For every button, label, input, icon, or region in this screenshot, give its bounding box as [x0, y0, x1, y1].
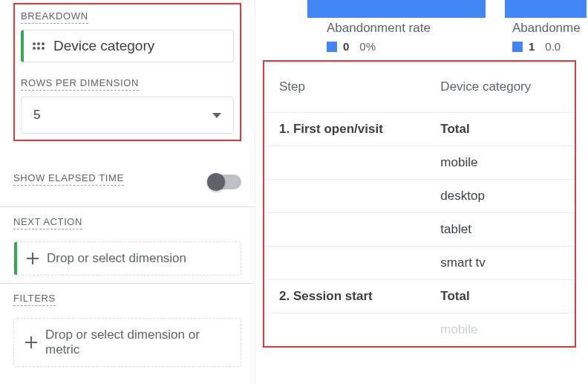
breakdown-chip-label: Device category — [53, 38, 154, 54]
divider — [0, 206, 255, 207]
breakdown-chip[interactable]: Device category — [21, 30, 234, 62]
caret-down-icon — [212, 113, 221, 118]
series-swatch-icon — [327, 42, 337, 52]
cell-step: 2. Session start — [264, 280, 425, 313]
breakdown-label: BREAKDOWN — [21, 10, 88, 24]
cell-device: smart tv — [425, 247, 575, 280]
table-row[interactable]: 1. First open/visitTotal — [264, 113, 575, 146]
cell-device: mobile — [425, 313, 575, 347]
cell-step — [264, 146, 425, 180]
abandonment-pct: 0% — [359, 40, 376, 53]
bar — [307, 0, 486, 18]
table-highlight: Step Device category 1. First open/visit… — [263, 60, 576, 348]
cell-step — [264, 247, 425, 280]
filters-dropzone[interactable]: Drop or select dimension or metric — [13, 318, 241, 367]
plus-icon — [24, 336, 38, 349]
breakdown-highlight: BREAKDOWN Device category ROWS PER DIMEN… — [13, 3, 241, 141]
toggle-knob — [207, 173, 225, 191]
divider — [0, 283, 255, 284]
show-elapsed-time-label: SHOW ELAPSED TIME — [13, 172, 124, 186]
settings-panel: BREAKDOWN Device category ROWS PER DIMEN… — [0, 0, 255, 384]
abandonment-value: 0 — [343, 40, 349, 53]
table-row[interactable]: 2. Session startTotal — [264, 280, 575, 313]
rows-per-dimension-label: ROWS PER DIMENSION — [21, 77, 139, 91]
series-swatch-icon — [512, 42, 523, 52]
abandonment-card: Abandonment rate 0 0% — [307, 0, 486, 53]
cell-device: mobile — [425, 146, 575, 180]
results-panel: Abandonment rate 0 0% Abandonme 1 0.0 — [255, 0, 588, 384]
table-row[interactable]: mobile — [264, 146, 575, 180]
plus-icon — [26, 252, 39, 265]
filters-label: FILTERS — [13, 293, 56, 306]
cell-device: Total — [425, 113, 575, 146]
cell-device: Total — [425, 280, 575, 313]
cell-step — [264, 180, 425, 213]
cell-step — [264, 313, 425, 347]
steps-table: Step Device category 1. First open/visit… — [264, 62, 575, 346]
filters-placeholder: Drop or select dimension or metric — [45, 328, 230, 357]
cell-step: 1. First open/visit — [264, 113, 425, 146]
rows-per-dimension-select[interactable]: 5 — [21, 97, 234, 134]
funnel-mini-charts: Abandonment rate 0 0% Abandonme 1 0.0 — [307, 0, 588, 53]
abandonment-pct: 0.0 — [545, 40, 561, 53]
rows-per-dimension-value: 5 — [33, 108, 40, 123]
cell-step — [264, 213, 425, 247]
cell-device: tablet — [425, 213, 575, 247]
drag-handle-icon[interactable] — [33, 42, 46, 50]
abandonment-label: Abandonme — [512, 21, 587, 36]
abandonment-value: 1 — [529, 40, 535, 53]
next-action-placeholder: Drop or select dimension — [47, 251, 186, 266]
col-device: Device category — [425, 62, 575, 113]
bar — [505, 0, 587, 18]
next-action-label: NEXT ACTION — [13, 216, 82, 230]
table-row[interactable]: tablet — [264, 213, 575, 247]
next-action-dropzone[interactable]: Drop or select dimension — [13, 241, 241, 276]
table-row[interactable]: smart tv — [264, 247, 575, 280]
elapsed-time-toggle[interactable] — [209, 175, 241, 189]
dimension-accent — [14, 242, 17, 275]
abandonment-label: Abandonment rate — [327, 21, 486, 36]
col-step: Step — [264, 62, 425, 113]
abandonment-card: Abandonme 1 0.0 — [505, 0, 587, 53]
table-row[interactable]: mobile — [264, 313, 575, 347]
cell-device: desktop — [425, 180, 575, 213]
table-row[interactable]: desktop — [264, 180, 575, 213]
